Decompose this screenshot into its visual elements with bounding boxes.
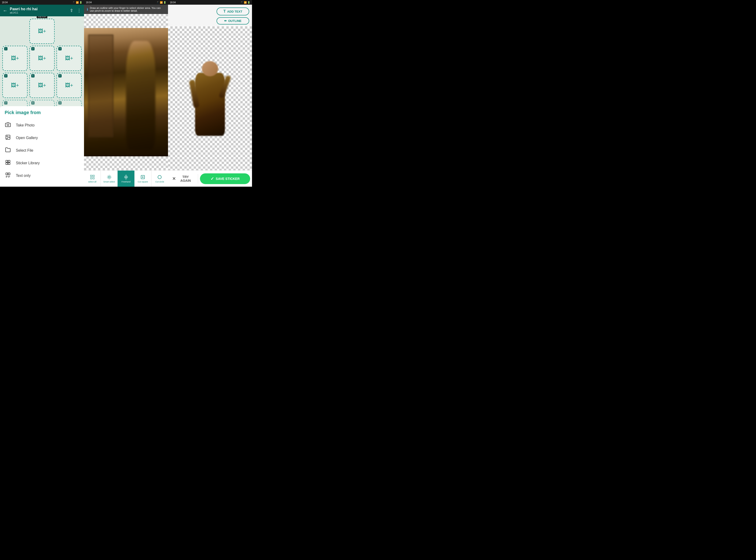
cut-circle-label: Cut circle [155,181,164,183]
checkerboard-top [84,14,168,28]
sticker-cell-8[interactable]: 8 🖼+ [29,100,55,106]
svg-point-0 [7,124,9,126]
pencil-icon: ✏ [224,19,227,23]
sticker-cell-3[interactable]: 3 🖼+ [57,46,82,71]
chat-name: Pawri ho rhi hai [10,7,67,11]
text-icon [5,172,11,179]
status-time-right: 18:04 [170,1,176,4]
text-only-option[interactable]: Text only [5,169,79,182]
chat-title: Pawri ho rhi hai ak1411 [10,7,67,14]
checkmark-icon: ✓ [211,176,214,181]
tool-toolbar: select all Smart select Freehand [84,170,168,187]
cell-number-3: 3 [58,47,62,51]
svg-rect-6 [8,163,10,164]
chat-subtitle: ak1411 [10,11,67,14]
add-text-label: ADD TEXT [227,10,242,13]
cut-square-tool[interactable]: Cut square [135,171,152,187]
add-image-icon-2: 🖼+ [38,55,46,61]
sticker-cell-5[interactable]: 5 🖼+ [29,73,55,98]
share-icon[interactable]: ⇪ [70,8,73,13]
open-gallery-option[interactable]: Open Gallery [5,132,79,144]
cell-number-6: 6 [58,74,62,78]
select-all-tool[interactable]: select all [84,171,101,187]
camera-icon [5,122,11,129]
panel-middle: 18:04 📱 📶 🔋 ℹ Draw an outline with your … [84,0,168,187]
sticker-cell-2[interactable]: 2 🖼+ [29,46,55,71]
take-photo-label: Take Photo [16,123,35,127]
x-icon: ✕ [172,176,176,181]
take-photo-option[interactable]: Take Photo [5,119,79,132]
cell-number-5: 5 [31,74,35,78]
photo-container[interactable] [84,14,168,170]
cut-square-label: Cut square [138,181,148,183]
status-bar-left: 18:04 📱 📶 🔋 [0,0,84,5]
person-cutout [191,61,229,136]
select-all-label: select all [88,181,96,183]
svg-rect-14 [93,175,94,176]
svg-rect-13 [90,175,92,176]
freehand-label: Freehand [122,181,131,183]
pick-image-title: Pick image from [5,110,79,115]
sticker-cell-4[interactable]: 4 🖼+ [2,73,27,98]
status-icons-right: 📱 📶 🔋 [240,1,250,4]
save-sticker-label: SAVE STICKER [216,177,240,181]
more-options-icon[interactable]: ⋮ [77,8,81,13]
add-tray-icon: 🖼+ [38,28,46,34]
status-time-left: 18:04 [2,1,8,4]
sticker-cell-6[interactable]: 6 🖼+ [57,73,82,98]
sticker-figure [191,61,229,136]
svg-rect-3 [6,160,8,162]
status-bar-mid: 18:04 📱 📶 🔋 [84,0,168,5]
outline-label: OUTLINE [228,19,241,23]
freehand-tool[interactable]: Freehand [118,171,134,187]
save-sticker-button[interactable]: ✓ SAVE STICKER [200,173,250,184]
svg-rect-4 [8,160,10,162]
smart-select-label: Smart select [103,181,115,183]
select-file-label: Select File [16,148,33,153]
tray-label: tray icon [37,16,47,18]
status-icons-left: 📱 📶 🔋 [72,1,82,4]
sticker-cell-1[interactable]: 1 🖼+ [2,46,27,71]
svg-point-17 [108,176,110,178]
folder-icon [5,147,11,154]
sticker-preview-area [168,26,252,170]
checkerboard-bottom [84,156,168,170]
person-head [202,61,218,76]
select-file-option[interactable]: Select File [5,144,79,157]
try-again-button[interactable]: ✕ TRY AGAIN [170,173,196,185]
cell-number-8: 8 [31,101,35,104]
status-icons-mid: 📱 📶 🔋 [156,1,166,4]
panel-right: 18:04 📱 📶 🔋 T ADD TEXT ✏ OUTLINE [168,0,252,187]
status-time-mid: 18:04 [86,1,92,4]
panel-left: 18:04 📱 📶 🔋 ← Pawri ho rhi hai ak1411 ⇪ … [0,0,84,187]
sticker-cell-9[interactable]: 9 🖼+ [57,100,82,106]
add-text-button[interactable]: T ADD TEXT [217,7,249,15]
pick-image-sheet: Pick image from Take Photo Open Gallery [0,106,84,187]
text-only-label: Text only [16,174,31,178]
cut-circle-tool[interactable]: Cut circle [152,171,168,187]
add-image-icon-4: 🖼+ [11,82,19,88]
tray-icon-cell[interactable]: tray icon 🖼+ [29,19,55,44]
right-header-buttons: T ADD TEXT ✏ OUTLINE [168,5,252,26]
cell-number-9: 9 [58,101,62,104]
person-body [195,73,225,136]
svg-rect-5 [6,163,8,164]
cell-number-1: 1 [4,47,7,51]
outline-button[interactable]: ✏ OUTLINE [217,17,249,24]
cell-number-2: 2 [31,47,35,51]
add-image-icon-5: 🖼+ [38,82,46,88]
svg-rect-7 [6,173,8,175]
photo-inner [84,28,168,156]
info-icon: ℹ [87,7,88,11]
sticker-grid-area: tray icon 🖼+ 1 🖼+ 2 🖼+ 3 🖼+ 4 🖼+ 5 🖼+ 6 [0,16,84,106]
sticker-library-option[interactable]: Sticker Library [5,157,79,169]
whatsapp-header: ← Pawri ho rhi hai ak1411 ⇪ ⋮ [0,5,84,16]
sticker-library-label: Sticker Library [16,161,40,165]
sticker-cell-7[interactable]: 7 🖼+ [2,100,27,106]
header-icons: ⇪ ⋮ [70,8,81,13]
svg-point-2 [7,136,7,137]
try-again-label: TRY AGAIN [178,175,194,182]
smart-select-tool[interactable]: Smart select [101,171,118,187]
person-silhouette [126,41,155,150]
back-button[interactable]: ← [3,8,7,13]
